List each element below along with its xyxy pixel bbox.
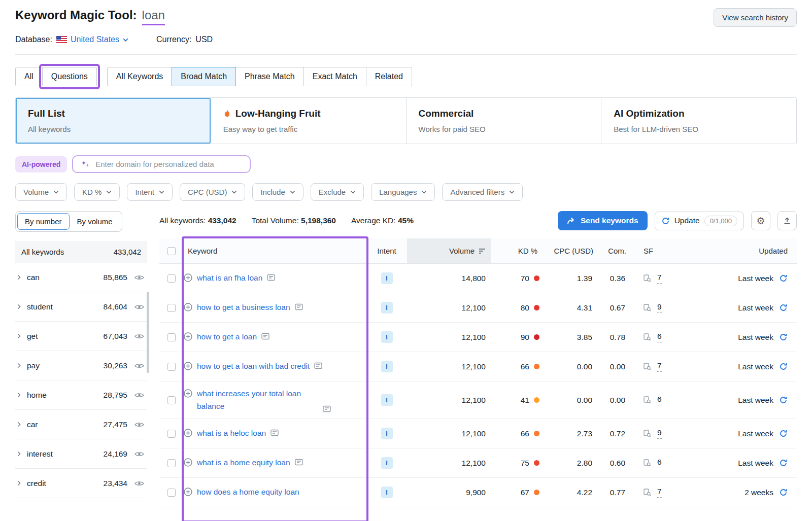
card-ai-optimization[interactable]: AI Optimization Best for LLM-driven SEO: [601, 98, 796, 144]
sf-count[interactable]: 9: [657, 302, 662, 313]
keyword-link[interactable]: what is a heloc loan: [197, 427, 266, 439]
filter-exclude[interactable]: Exclude: [311, 183, 364, 201]
keyword-link[interactable]: what increases your total loan balance: [197, 388, 318, 412]
column-volume[interactable]: Volume: [407, 238, 491, 263]
keyword-link[interactable]: how to get a loan: [197, 331, 257, 343]
serp-features-icon[interactable]: [644, 304, 651, 311]
refresh-icon[interactable]: [779, 303, 788, 312]
tab-phrase-match[interactable]: Phrase Match: [235, 67, 304, 86]
sidebar-scrollbar[interactable]: [147, 292, 149, 373]
card-full-list[interactable]: Full List All keywords: [16, 98, 211, 144]
column-com[interactable]: Com.: [597, 247, 630, 255]
tab-related[interactable]: Related: [366, 67, 412, 86]
column-intent[interactable]: Intent: [366, 247, 407, 255]
serp-features-icon[interactable]: [644, 363, 651, 370]
group-item[interactable]: can 85,865: [15, 263, 147, 292]
group-item[interactable]: student 84,604: [15, 292, 147, 322]
serp-features-icon[interactable]: [644, 430, 651, 437]
keyword-link[interactable]: what is a home equity loan: [197, 457, 290, 469]
serp-preview-icon[interactable]: [295, 459, 303, 466]
eye-icon[interactable]: [134, 451, 144, 457]
refresh-icon[interactable]: [779, 333, 788, 341]
eye-icon[interactable]: [134, 422, 144, 428]
serp-preview-icon[interactable]: [270, 429, 279, 436]
refresh-icon[interactable]: [779, 274, 788, 283]
add-keyword-icon[interactable]: [184, 458, 192, 467]
card-low-hanging-fruit[interactable]: Low-Hanging Fruit Easy way to get traffi…: [211, 98, 406, 144]
add-keyword-icon[interactable]: [184, 429, 192, 437]
sort-by-volume[interactable]: By volume: [70, 213, 120, 230]
intent-badge[interactable]: I: [381, 272, 393, 284]
eye-icon[interactable]: [134, 333, 144, 339]
sf-count[interactable]: 7: [657, 273, 662, 284]
filter-languages[interactable]: Languages: [371, 183, 435, 201]
serp-features-icon[interactable]: [644, 489, 651, 496]
keyword-link[interactable]: how to get a business loan: [197, 301, 290, 314]
tab-all-keywords[interactable]: All Keywords: [107, 67, 172, 86]
filter-intent[interactable]: Intent: [127, 183, 173, 201]
tab-questions[interactable]: Questions: [42, 67, 97, 86]
sf-count[interactable]: 6: [657, 332, 662, 342]
refresh-icon[interactable]: [779, 396, 788, 404]
row-checkbox[interactable]: [167, 274, 176, 283]
add-keyword-icon[interactable]: [184, 389, 192, 398]
sort-by-number[interactable]: By number: [17, 213, 70, 230]
refresh-icon[interactable]: [779, 459, 788, 467]
row-checkbox[interactable]: [167, 396, 176, 404]
add-keyword-icon[interactable]: [184, 273, 192, 282]
column-updated[interactable]: Updated: [676, 247, 797, 255]
row-checkbox[interactable]: [167, 459, 176, 467]
column-cpc[interactable]: CPC (USD): [542, 247, 597, 255]
eye-icon[interactable]: [134, 274, 144, 281]
serp-preview-icon[interactable]: [261, 333, 269, 340]
intent-badge[interactable]: I: [381, 361, 393, 372]
keyword-link[interactable]: how to get a loan with bad credit: [197, 360, 310, 372]
row-checkbox[interactable]: [167, 430, 176, 438]
filter-cpc[interactable]: CPC (USD): [180, 183, 246, 201]
add-keyword-icon[interactable]: [184, 303, 192, 311]
intent-badge[interactable]: I: [381, 394, 393, 406]
eye-icon[interactable]: [134, 392, 144, 398]
serp-features-icon[interactable]: [644, 274, 651, 282]
group-item[interactable]: home 28,795: [15, 380, 147, 410]
refresh-icon[interactable]: [779, 488, 788, 497]
serp-features-icon[interactable]: [644, 396, 651, 404]
column-keyword[interactable]: Keyword: [184, 247, 366, 255]
send-keywords-button[interactable]: Send keywords: [558, 211, 648, 230]
card-commercial[interactable]: Commercial Works for paid SEO: [406, 98, 601, 144]
group-item[interactable]: car 27,475: [15, 410, 147, 439]
keyword-link[interactable]: how does a home equity loan: [197, 486, 299, 498]
database-selector[interactable]: United States: [56, 35, 128, 44]
select-all-checkbox[interactable]: [167, 247, 176, 255]
intent-badge[interactable]: I: [381, 302, 393, 314]
tab-broad-match[interactable]: Broad Match: [172, 67, 236, 86]
serp-preview-icon[interactable]: [267, 274, 275, 281]
export-button[interactable]: [777, 211, 797, 230]
group-item[interactable]: interest 24,169: [15, 439, 147, 469]
add-keyword-icon[interactable]: [184, 332, 192, 341]
intent-badge[interactable]: I: [381, 428, 393, 439]
serp-preview-icon[interactable]: [314, 362, 322, 369]
eye-icon[interactable]: [134, 304, 144, 310]
tab-exact-match[interactable]: Exact Match: [303, 67, 366, 86]
row-checkbox[interactable]: [167, 489, 176, 497]
group-item[interactable]: credit 23,434: [15, 469, 147, 498]
view-search-history-button[interactable]: View search history: [714, 8, 797, 27]
tab-all[interactable]: All: [15, 67, 43, 86]
intent-badge[interactable]: I: [381, 487, 393, 498]
row-checkbox[interactable]: [167, 304, 176, 312]
serp-features-icon[interactable]: [644, 459, 651, 467]
add-keyword-icon[interactable]: [184, 362, 192, 370]
row-checkbox[interactable]: [167, 363, 176, 371]
intent-badge[interactable]: I: [381, 457, 393, 469]
add-keyword-icon[interactable]: [184, 488, 192, 496]
column-kd[interactable]: KD %: [491, 247, 542, 255]
serp-preview-icon[interactable]: [295, 303, 303, 310]
refresh-icon[interactable]: [779, 429, 788, 438]
sf-count[interactable]: 6: [657, 458, 662, 468]
serp-features-icon[interactable]: [644, 333, 651, 341]
settings-button[interactable]: ⚙: [751, 211, 770, 230]
eye-icon[interactable]: [134, 480, 144, 487]
sf-count[interactable]: 7: [657, 361, 662, 372]
filter-advanced[interactable]: Advanced filters: [442, 183, 523, 201]
